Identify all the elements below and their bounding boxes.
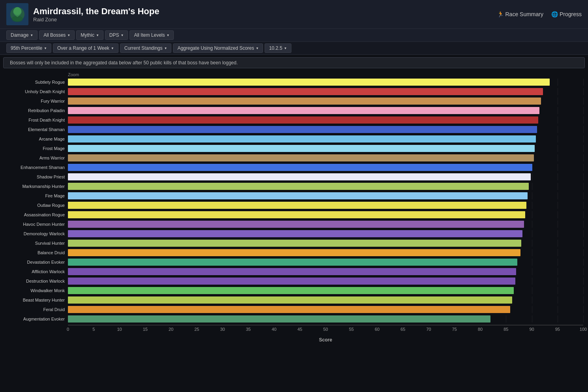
bar-row: Retribution Paladin (5, 106, 583, 115)
bar-fill (68, 202, 526, 209)
secondary-nav: 95th Percentile ▼ Over a Range of 1 Week… (0, 42, 588, 55)
bar-track (68, 287, 583, 294)
bar-row: Affliction Warlock (5, 267, 583, 276)
bar-track (68, 154, 583, 161)
bar-track (68, 126, 583, 133)
bar-fill (68, 240, 521, 247)
bar-label: Demonology Warlock (5, 231, 68, 236)
bar-row: Demonology Warlock (5, 229, 583, 238)
bar-label: Augmentation Evoker (5, 317, 68, 321)
raid-icon (6, 3, 28, 25)
x-tick-label: 80 (478, 327, 483, 332)
normalized-btn[interactable]: Aggregate Using Normalized Scores ▼ (173, 43, 263, 53)
bar-label: Fury Warrior (5, 99, 68, 103)
bar-label: Marksmanship Hunter (5, 184, 68, 189)
bar-fill (68, 88, 543, 95)
bar-track (68, 202, 583, 209)
x-tick-label: 30 (220, 327, 225, 332)
bar-track (68, 211, 583, 218)
bar-fill (68, 315, 490, 323)
chevron-down-icon: ▼ (67, 34, 70, 37)
bar-track (68, 145, 583, 152)
bar-fill (68, 259, 517, 266)
bar-label: Unholy Death Knight (5, 89, 68, 94)
bar-track (68, 296, 583, 304)
bar-track (68, 135, 583, 143)
bar-row: Fire Mage (5, 191, 583, 200)
chevron-down-icon: ▼ (96, 34, 99, 37)
chevron-down-icon: ▼ (256, 47, 259, 50)
bar-fill (68, 164, 532, 171)
globe-icon: 🌐 (551, 11, 558, 17)
chevron-down-icon: ▼ (284, 47, 287, 50)
bar-row: Arms Warrior (5, 154, 583, 162)
notice-text: Bosses will only be included in the aggr… (10, 60, 238, 66)
bar-fill (68, 278, 515, 285)
bar-track (68, 164, 583, 171)
bar-label: Assassination Rogue (5, 212, 68, 217)
progress-link[interactable]: 🌐 Progress (551, 11, 582, 17)
chevron-down-icon: ▼ (164, 47, 167, 50)
bar-track (68, 192, 583, 199)
bar-label: Balance Druid (5, 250, 68, 255)
bar-label: Outlaw Rogue (5, 203, 68, 208)
bar-fill (68, 296, 512, 304)
x-tick-label: 100 (580, 327, 587, 332)
x-tick-label: 50 (323, 327, 328, 332)
runner-icon: 🏃 (497, 11, 504, 17)
bar-row: Destruction Warlock (5, 277, 583, 285)
bar-row: Subtlety Rogue (5, 78, 583, 86)
bar-fill (68, 173, 531, 180)
bar-fill (68, 183, 529, 190)
bar-row: Frost Mage (5, 144, 583, 153)
range-btn[interactable]: Over a Range of 1 Week ▼ (53, 43, 118, 53)
chevron-down-icon: ▼ (44, 47, 47, 50)
bar-row: Beast Mastery Hunter (5, 296, 583, 304)
x-tick-label: 0 (67, 327, 69, 332)
bar-track (68, 173, 583, 180)
bar-track (68, 107, 583, 114)
bar-track (68, 259, 583, 266)
x-tick-label: 40 (272, 327, 276, 332)
bar-row: Fury Warrior (5, 97, 583, 105)
bar-row: Havoc Demon Hunter (5, 220, 583, 229)
header-title-group: Amirdrassil, the Dream's Hope Raid Zone (33, 6, 159, 23)
bar-fill (68, 79, 550, 86)
bar-row: Balance Druid (5, 248, 583, 257)
bar-label: Destruction Warlock (5, 279, 68, 283)
x-axis-line (68, 325, 583, 325)
bar-track (68, 230, 583, 237)
bar-label: Havoc Demon Hunter (5, 222, 68, 227)
race-summary-link[interactable]: 🏃 Race Summary (497, 11, 543, 17)
x-tick-label: 20 (169, 327, 173, 332)
bar-label: Affliction Warlock (5, 269, 68, 274)
all-bosses-btn[interactable]: All Bosses ▼ (39, 30, 75, 40)
notice-bar: Bosses will only be included in the aggr… (3, 57, 585, 68)
bar-fill (68, 268, 516, 275)
percentile-btn[interactable]: 95th Percentile ▼ (6, 43, 51, 53)
bar-label: Beast Mastery Hunter (5, 298, 68, 302)
damage-btn[interactable]: Damage ▼ (6, 30, 38, 40)
mythic-btn[interactable]: Mythic ▼ (76, 30, 103, 40)
x-tick-label: 95 (555, 327, 560, 332)
bar-fill (68, 145, 535, 152)
dps-btn[interactable]: DPS ▼ (105, 30, 128, 40)
bar-label: Arms Warrior (5, 156, 68, 160)
bar-label: Frost Death Knight (5, 118, 68, 122)
x-tick-label: 5 (92, 327, 95, 332)
page-title: Amirdrassil, the Dream's Hope (33, 6, 159, 17)
version-btn[interactable]: 10.2.5 ▼ (265, 43, 291, 53)
chevron-down-icon: ▼ (111, 47, 114, 50)
bar-fill (68, 306, 510, 313)
bar-row: Windwalker Monk (5, 286, 583, 295)
x-axis-label: Score (68, 337, 583, 343)
bar-row: Arcane Mage (5, 135, 583, 143)
x-tick-label: 25 (194, 327, 199, 332)
all-item-levels-btn[interactable]: All Item Levels ▼ (130, 30, 174, 40)
bar-track (68, 306, 583, 313)
bar-track (68, 116, 583, 124)
chevron-down-icon: ▼ (166, 34, 169, 37)
bar-track (68, 240, 583, 247)
x-tick-label: 85 (503, 327, 508, 332)
standings-btn[interactable]: Current Standings ▼ (120, 43, 172, 53)
